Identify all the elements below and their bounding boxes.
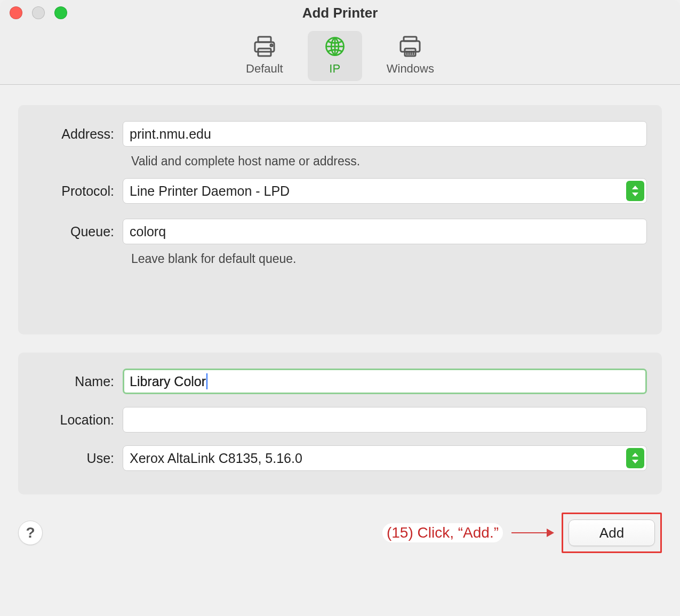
footer: ? (15) Click, “Add.” Add (0, 513, 680, 577)
instruction-annotation: (15) Click, “Add.” Add (382, 513, 662, 553)
add-button[interactable]: Add (569, 519, 655, 546)
location-label: Location: (33, 412, 123, 428)
queue-input[interactable] (123, 219, 647, 244)
queue-label: Queue: (33, 224, 123, 239)
address-label: Address: (33, 126, 123, 142)
window-controls (10, 6, 67, 19)
use-value: Xerox AltaLink C8135, 5.16.0 (130, 451, 302, 466)
tab-windows-label: Windows (387, 62, 434, 76)
annotation-arrow-icon (511, 532, 553, 533)
address-input[interactable] (123, 121, 647, 147)
address-helper: Valid and complete host name or address. (131, 154, 647, 169)
connection-panel: Address: Valid and complete host name or… (18, 105, 662, 334)
help-button[interactable]: ? (18, 521, 43, 545)
queue-helper: Leave blank for default queue. (131, 252, 647, 266)
tab-ip-label: IP (329, 62, 340, 76)
svg-rect-5 (401, 41, 420, 52)
globe-icon (322, 34, 348, 59)
protocol-label: Protocol: (33, 183, 123, 199)
use-label: Use: (33, 451, 123, 466)
use-select[interactable]: Xerox AltaLink C8135, 5.16.0 (123, 445, 647, 471)
protocol-select[interactable]: Line Printer Daemon - LPD (123, 178, 647, 204)
updown-stepper-icon (626, 181, 644, 201)
content: Address: Valid and complete host name or… (0, 85, 680, 494)
name-label: Name: (33, 374, 123, 389)
svg-point-3 (270, 44, 273, 46)
tab-ip[interactable]: IP (308, 31, 362, 81)
add-button-highlight: Add (562, 513, 662, 553)
tab-default-label: Default (246, 62, 283, 76)
close-window-button[interactable] (10, 6, 22, 19)
location-input[interactable] (123, 407, 647, 433)
toolbar-tabs: Default IP (0, 26, 680, 85)
svg-rect-6 (404, 37, 417, 41)
windows-printer-icon (397, 34, 423, 59)
titlebar: Add Printer (0, 0, 680, 26)
identity-panel: Name: Library Color Location: (18, 353, 662, 494)
annotation-text: (15) Click, “Add.” (382, 523, 503, 542)
minimize-window-button[interactable] (32, 6, 45, 19)
svg-rect-1 (258, 37, 271, 42)
window-title: Add Printer (302, 5, 378, 21)
add-printer-window: Add Printer Default (0, 0, 680, 577)
updown-stepper-icon (626, 448, 644, 468)
printer-icon (251, 34, 278, 59)
zoom-window-button[interactable] (54, 6, 67, 19)
protocol-value: Line Printer Daemon - LPD (130, 183, 290, 199)
name-input[interactable] (123, 369, 647, 394)
tab-default[interactable]: Default (232, 31, 297, 81)
tab-windows[interactable]: Windows (373, 31, 448, 81)
